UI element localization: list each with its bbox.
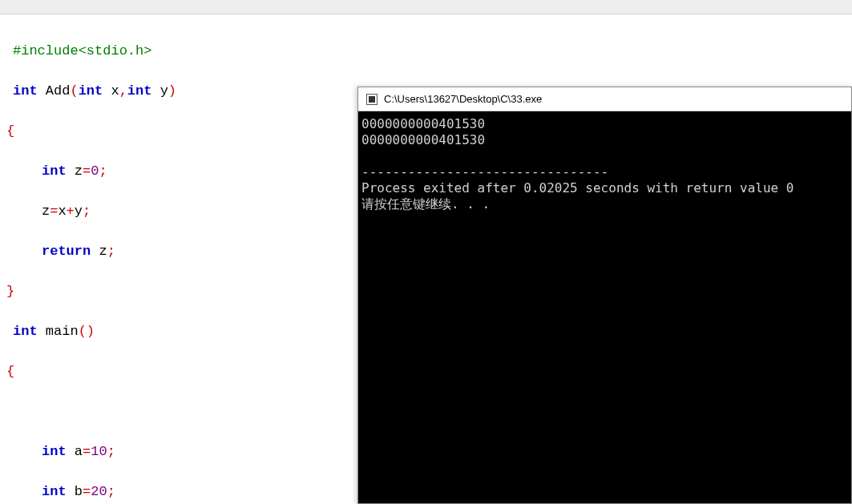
eq: = <box>83 163 91 179</box>
brace-open: { <box>6 364 14 379</box>
fn-add: Add <box>38 83 71 99</box>
kw-int: int <box>42 484 67 499</box>
var-z: z <box>42 204 50 219</box>
kw-int: int <box>79 83 103 99</box>
plus: + <box>67 204 75 219</box>
eq: = <box>83 444 91 459</box>
var-y: y <box>75 204 83 219</box>
param-x: x <box>103 83 119 99</box>
console-separator: -------------------------------- <box>361 164 608 179</box>
code-line: #include<stdio.h> <box>10 41 852 61</box>
console-press-key-prompt: 请按任意键继续. . . <box>361 196 490 212</box>
num-0: 0 <box>91 163 99 179</box>
semi: ; <box>107 484 115 499</box>
kw-int: int <box>13 324 38 339</box>
eq: = <box>83 484 91 499</box>
kw-int: int <box>127 83 152 99</box>
console-exit-message: Process exited after 0.02025 seconds wit… <box>361 180 793 196</box>
console-titlebar[interactable]: C:\Users\13627\Desktop\C\33.exe <box>358 87 851 111</box>
preproc-header: <stdio.h> <box>79 43 152 58</box>
param-y: y <box>151 83 168 99</box>
console-body[interactable]: 0000000000401530 0000000000401530 ------… <box>358 111 851 217</box>
console-window[interactable]: C:\Users\13627\Desktop\C\33.exe 00000000… <box>357 87 852 504</box>
parens: () <box>79 324 95 339</box>
num-20: 20 <box>91 484 107 499</box>
var-z: z <box>91 244 107 259</box>
var-z: z <box>67 163 83 179</box>
paren-open: ( <box>70 83 78 99</box>
fn-main: main <box>38 324 79 339</box>
kw-int: int <box>13 83 38 99</box>
kw-int: int <box>42 163 67 179</box>
brace-open: { <box>6 123 14 139</box>
semi: ; <box>107 444 115 459</box>
console-output-line: 0000000000401530 <box>361 116 485 131</box>
semi: ; <box>83 204 91 219</box>
kw-return: return <box>42 244 91 259</box>
var-x: x <box>58 204 66 219</box>
paren-close: ) <box>168 83 176 99</box>
semi: ; <box>107 244 115 259</box>
preproc-include: #include <box>13 43 79 58</box>
var-a: a <box>67 444 83 459</box>
console-output-line: 0000000000401530 <box>361 132 485 147</box>
comma: , <box>119 83 127 99</box>
kw-int: int <box>42 444 67 459</box>
console-app-icon <box>366 94 378 105</box>
editor-top-bar <box>0 0 852 14</box>
brace-close: } <box>6 284 14 299</box>
eq: = <box>50 204 58 219</box>
semi: ; <box>99 163 107 179</box>
console-title: C:\Users\13627\Desktop\C\33.exe <box>384 93 542 105</box>
num-10: 10 <box>91 444 107 459</box>
var-b: b <box>67 484 83 499</box>
